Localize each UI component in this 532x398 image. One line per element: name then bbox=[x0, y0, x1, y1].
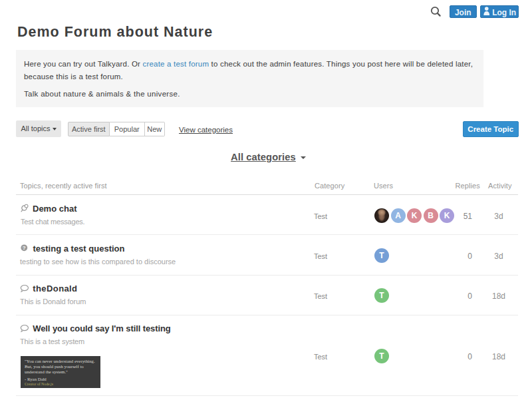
svg-text:?: ? bbox=[23, 245, 26, 251]
